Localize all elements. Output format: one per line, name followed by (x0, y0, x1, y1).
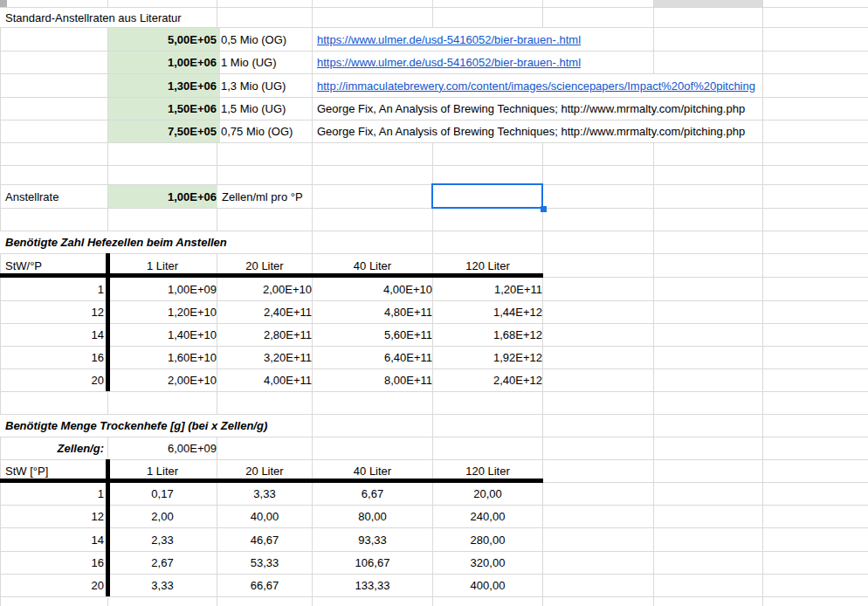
value-cell[interactable]: 1,00E+09 (108, 278, 220, 300)
value-cell[interactable]: 4,00E+11 (217, 369, 315, 391)
cells-per-gram-label[interactable]: Zellen/g: (0, 437, 107, 459)
table1-header-border (0, 273, 543, 278)
literature-row: 1,50E+06 1,5 Mio (UG) George Fix, An Ana… (0, 98, 868, 120)
value-cell[interactable]: 133,33 (313, 575, 432, 596)
spreadsheet: Standard-Anstellraten aus Literatur 5,00… (0, 0, 868, 606)
pitch-rate-value-cell[interactable]: 1,00E+06 (108, 185, 220, 208)
value-cell[interactable]: 2,00E+10 (217, 278, 315, 300)
literature-label-cell[interactable]: 1 Mio (UG) (217, 52, 277, 73)
stw-cell[interactable]: 20 (0, 575, 107, 596)
value-cell[interactable]: 4,80E+11 (313, 301, 436, 323)
value-cell[interactable]: 2,00E+10 (108, 369, 220, 391)
literature-row: 1,30E+06 1,3 Mio (UG) http://immaculateb… (0, 74, 868, 97)
yeast-table-title[interactable]: Benötigte Menge Trockenhefe [g] (bei x Z… (0, 415, 271, 437)
stw-cell[interactable]: 16 (0, 552, 107, 574)
value-cell[interactable]: 2,00 (108, 506, 217, 527)
cells-table-row: 14 1,40E+10 2,80E+11 5,60E+11 1,68E+12 (0, 324, 868, 346)
cells-table-row: 12 1,20E+10 2,40E+11 4,80E+11 1,44E+12 (0, 301, 868, 323)
title-row: Standard-Anstellraten aus Literatur (0, 8, 868, 27)
value-cell[interactable]: 40,00 (217, 506, 312, 527)
source-text-cell[interactable]: George Fix, An Analysis of Brewing Techn… (313, 121, 748, 142)
value-cell[interactable]: 1,60E+10 (108, 347, 220, 368)
value-cell[interactable]: 1,20E+11 (433, 278, 546, 300)
literature-value-cell[interactable]: 5,00E+05 (108, 28, 220, 51)
stw-cell[interactable]: 12 (0, 301, 107, 323)
value-cell[interactable]: 1,68E+12 (433, 324, 546, 346)
value-cell[interactable]: 66,67 (217, 575, 312, 596)
value-cell[interactable]: 1,44E+12 (433, 301, 546, 323)
stw-cell[interactable]: 1 (0, 278, 107, 300)
source-link[interactable]: https://www.ulmer.de/usd-5416052/bier-br… (313, 52, 584, 73)
value-cell[interactable]: 93,33 (313, 528, 432, 551)
yeast-table-row: 16 2,67 53,33 106,67 320,00 (0, 552, 868, 574)
gridline-horizontal (0, 142, 868, 143)
value-cell[interactable]: 6,40E+11 (313, 347, 436, 368)
gridline-horizontal (0, 165, 868, 166)
value-cell[interactable]: 280,00 (433, 528, 542, 551)
value-cell[interactable]: 1,40E+10 (108, 324, 220, 346)
pitch-rate-unit-cell[interactable]: Zellen/ml pro °P (217, 185, 307, 208)
stw-cell[interactable]: 14 (0, 528, 107, 551)
value-cell[interactable]: 1,92E+12 (433, 347, 546, 368)
cells-table-title-row: Benötigte Zahl Hefezellen beim Anstellen (0, 231, 868, 253)
literature-label-cell[interactable]: 0,75 Mio (OG) (217, 121, 293, 142)
value-cell[interactable]: 3,33 (108, 575, 217, 596)
literature-row: 1,00E+06 1 Mio (UG) https://www.ulmer.de… (0, 52, 868, 73)
literature-label-cell[interactable]: 1,3 Mio (UG) (217, 74, 286, 97)
literature-row: 7,50E+05 0,75 Mio (OG) George Fix, An An… (0, 121, 868, 142)
top-left-corner-fragment (0, 0, 7, 7)
value-cell[interactable]: 2,40E+12 (433, 369, 546, 391)
value-cell[interactable]: 3,33 (217, 483, 312, 505)
value-cell[interactable]: 80,00 (313, 506, 432, 527)
literature-value-cell[interactable]: 1,00E+06 (108, 52, 220, 73)
pitch-rate-label-cell[interactable]: Anstellrate (0, 185, 59, 208)
stw-cell[interactable]: 1 (0, 483, 107, 505)
stw-cell[interactable]: 14 (0, 324, 107, 346)
yeast-table-row: 14 2,33 46,67 93,33 280,00 (0, 528, 868, 551)
value-cell[interactable]: 5,60E+11 (313, 324, 436, 346)
cells-table-row: 16 1,60E+10 3,20E+11 6,40E+11 1,92E+12 (0, 347, 868, 368)
value-cell[interactable]: 4,00E+10 (313, 278, 436, 300)
value-cell[interactable]: 2,33 (108, 528, 217, 551)
value-cell[interactable]: 6,67 (313, 483, 432, 505)
source-link[interactable]: https://www.ulmer.de/usd-5416052/bier-br… (313, 28, 584, 51)
selection-fill-handle[interactable] (541, 206, 547, 212)
value-cell[interactable]: 106,67 (313, 552, 432, 574)
value-cell[interactable]: 46,67 (217, 528, 312, 551)
yeast-table-title-row: Benötigte Menge Trockenhefe [g] (bei x Z… (0, 415, 868, 437)
value-cell[interactable]: 240,00 (433, 506, 542, 527)
literature-value-cell[interactable]: 1,50E+06 (108, 98, 220, 120)
value-cell[interactable]: 20,00 (433, 483, 542, 505)
gridline-horizontal (0, 391, 868, 392)
stw-cell[interactable]: 12 (0, 506, 107, 527)
literature-row: 5,00E+05 0,5 Mio (OG) https://www.ulmer.… (0, 28, 868, 51)
cells-table-row: 1 1,00E+09 2,00E+10 4,00E+10 1,20E+11 (0, 278, 868, 300)
source-text-cell[interactable]: George Fix, An Analysis of Brewing Techn… (313, 98, 748, 120)
value-cell[interactable]: 2,40E+11 (217, 301, 315, 323)
value-cell[interactable]: 3,20E+11 (217, 347, 315, 368)
value-cell[interactable]: 2,67 (108, 552, 217, 574)
selection-overlay (431, 183, 543, 209)
value-cell[interactable]: 320,00 (433, 552, 542, 574)
source-link[interactable]: http://immaculatebrewery.com/content/ima… (313, 74, 759, 97)
value-cell[interactable]: 400,00 (433, 575, 542, 596)
value-cell[interactable]: 8,00E+11 (313, 369, 436, 391)
cells-table-title[interactable]: Benötigte Zahl Hefezellen beim Anstellen (0, 231, 231, 253)
literature-value-cell[interactable]: 7,50E+05 (108, 121, 220, 142)
stw-cell[interactable]: 20 (0, 369, 107, 391)
stw-cell[interactable]: 16 (0, 347, 107, 368)
yeast-table-row: 1 0,17 3,33 6,67 20,00 (0, 483, 868, 505)
cells-per-gram-value[interactable]: 6,00E+09 (108, 437, 218, 459)
value-cell[interactable]: 53,33 (217, 552, 312, 574)
literature-label-cell[interactable]: 0,5 Mio (OG) (217, 28, 286, 51)
sheet-title-cell[interactable]: Standard-Anstellraten aus Literatur (0, 8, 185, 27)
cells-table-row: 20 2,00E+10 4,00E+11 8,00E+11 2,40E+12 (0, 369, 868, 391)
literature-label-cell[interactable]: 1,5 Mio (UG) (217, 98, 286, 120)
value-cell[interactable]: 2,80E+11 (217, 324, 315, 346)
yeast-table-row: 20 3,33 66,67 133,33 400,00 (0, 575, 868, 596)
partial-grey-cell (654, 0, 762, 7)
value-cell[interactable]: 1,20E+10 (108, 301, 220, 323)
literature-value-cell[interactable]: 1,30E+06 (108, 74, 220, 97)
cells-per-gram-row: Zellen/g: 6,00E+09 (0, 437, 868, 459)
value-cell[interactable]: 0,17 (108, 483, 217, 505)
